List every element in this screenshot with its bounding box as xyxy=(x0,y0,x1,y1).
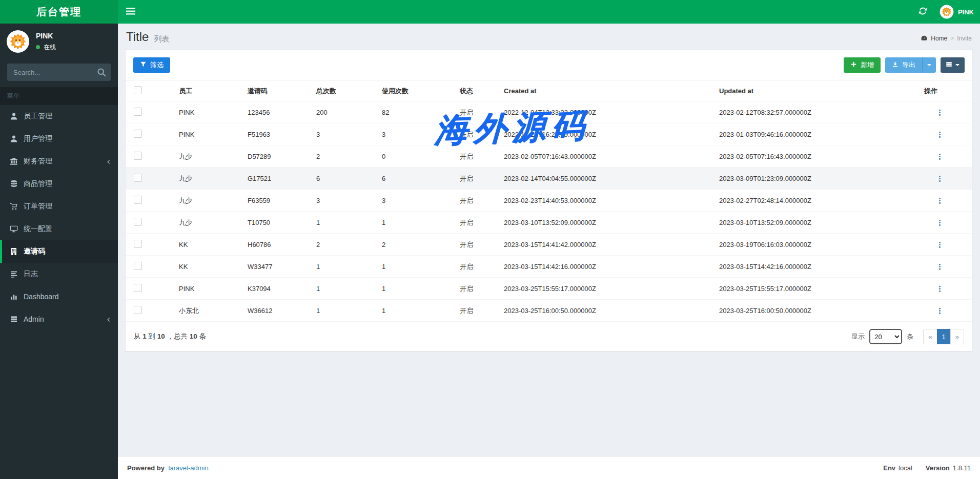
dashboard-gauge-icon xyxy=(921,35,928,42)
cell-invite-code: T10750 xyxy=(240,212,309,234)
sidebar-menu: 员工管理用户管理财务管理商品管理订单管理统一配置邀请码日志DashboardAd… xyxy=(0,105,118,330)
table-row: 九少G1752166开启2023-02-14T04:04:55.000000Z2… xyxy=(126,168,972,190)
row-actions-icon[interactable]: ⋮ xyxy=(936,218,944,227)
sidebar-search-input[interactable] xyxy=(7,64,111,81)
sidebar-item-config[interactable]: 统一配置 xyxy=(0,218,118,240)
row-checkbox[interactable] xyxy=(134,152,142,160)
sidebar-user-panel: PINK 在线 xyxy=(0,24,118,60)
add-button[interactable]: 新增 xyxy=(844,57,881,73)
hamburger-icon xyxy=(126,8,135,16)
sidebar-item-finance[interactable]: 财务管理 xyxy=(0,150,118,173)
sidebar-section-label: 菜单 xyxy=(0,87,118,105)
plus-icon xyxy=(850,61,857,69)
cell-created-at: 2022-12-04T12:33:23.000000Z xyxy=(497,101,712,123)
chevron-left-icon xyxy=(106,316,112,322)
row-checkbox[interactable] xyxy=(134,306,142,314)
table-row: 小东北W3661211开启2023-03-25T16:00:50.000000Z… xyxy=(126,300,972,322)
page-title: Title xyxy=(126,30,149,44)
cell-created-at: 2023-03-25T15:55:17.000000Z xyxy=(497,278,712,300)
row-checkbox[interactable] xyxy=(134,196,142,204)
row-actions-icon[interactable]: ⋮ xyxy=(936,130,944,139)
row-checkbox[interactable] xyxy=(134,130,142,138)
row-checkbox[interactable] xyxy=(134,108,142,116)
cell-updated-at: 2023-03-15T14:42:16.000000Z xyxy=(712,256,917,278)
refresh-button[interactable] xyxy=(911,0,934,24)
cell-status: 开启 xyxy=(453,234,497,256)
per-page-unit: 条 xyxy=(907,332,913,341)
user-avatar-icon xyxy=(940,5,954,19)
row-actions-icon[interactable]: ⋮ xyxy=(936,306,944,315)
table-row: PINKK3709411开启2023-03-25T15:55:17.000000… xyxy=(126,278,972,300)
row-actions-icon[interactable]: ⋮ xyxy=(936,152,944,161)
navbar-user-name: PINK xyxy=(958,8,974,16)
navbar-user-menu[interactable]: PINK xyxy=(934,0,980,24)
cell-updated-at: 2023-02-05T07:16:43.000000Z xyxy=(712,145,917,168)
version-label: Version xyxy=(926,464,950,472)
cell-status: 开启 xyxy=(453,145,497,168)
sidebar-item-dashboard[interactable]: Dashboard xyxy=(0,285,118,308)
topbar: 后台管理 PINK xyxy=(0,0,980,24)
select-all-checkbox[interactable] xyxy=(134,86,142,94)
sidebar-user-status: 在线 xyxy=(36,43,56,52)
cell-invite-code: K37094 xyxy=(240,278,309,300)
table-row: PINK12345620082开启2022-12-04T12:33:23.000… xyxy=(126,101,972,123)
export-button[interactable]: 导出 xyxy=(885,57,922,73)
breadcrumb-home-link[interactable]: Home xyxy=(931,35,947,42)
cell-invite-code: 123456 xyxy=(240,101,309,123)
row-checkbox[interactable] xyxy=(134,284,142,292)
sidebar: PINK 在线 菜单 员工管理用户管理财务管理商品管理订单管理统一配置邀请码日志… xyxy=(0,24,118,479)
row-actions-icon[interactable]: ⋮ xyxy=(936,196,944,205)
cell-used-count: 1 xyxy=(375,212,453,234)
search-icon[interactable] xyxy=(96,67,107,77)
sidebar-item-invite[interactable]: 邀请码 xyxy=(0,240,118,263)
sidebar-item-admin[interactable]: Admin xyxy=(0,308,118,330)
row-actions-icon[interactable]: ⋮ xyxy=(936,284,944,293)
pager-prev-button[interactable]: « xyxy=(923,329,937,344)
laravel-admin-link[interactable]: laravel-admin xyxy=(169,464,209,472)
filter-button[interactable]: 筛选 xyxy=(133,57,170,73)
pager-page-1-button[interactable]: 1 xyxy=(937,329,951,344)
cell-status: 开启 xyxy=(453,212,497,234)
sidebar-toggle-button[interactable] xyxy=(118,0,144,24)
sidebar-item-logs[interactable]: 日志 xyxy=(0,263,118,285)
sidebar-item-users[interactable]: 用户管理 xyxy=(0,128,118,150)
row-actions-icon[interactable]: ⋮ xyxy=(936,174,944,183)
cell-employee: 九少 xyxy=(172,212,240,234)
cell-total-count: 3 xyxy=(309,123,375,145)
cell-status: 开启 xyxy=(453,101,497,123)
cell-created-at: 2023-03-10T13:52:09.000000Z xyxy=(497,212,712,234)
cell-invite-code: W36612 xyxy=(240,300,309,322)
pager-next-button[interactable]: » xyxy=(950,329,964,344)
cell-used-count: 82 xyxy=(375,101,453,123)
row-checkbox[interactable] xyxy=(134,240,142,248)
column-header: Updated at xyxy=(712,81,917,101)
row-actions-icon[interactable]: ⋮ xyxy=(936,262,944,271)
sidebar-item-staff[interactable]: 员工管理 xyxy=(0,105,118,128)
row-checkbox[interactable] xyxy=(134,262,142,270)
brand-logo[interactable]: 后台管理 xyxy=(0,0,118,24)
building-icon xyxy=(9,247,18,256)
cell-used-count: 1 xyxy=(375,278,453,300)
column-selector-button[interactable] xyxy=(941,57,965,73)
table-row: KKW3347711开启2023-03-15T14:42:16.000000Z2… xyxy=(126,256,972,278)
cell-employee: PINK xyxy=(172,278,240,300)
export-dropdown-toggle[interactable] xyxy=(922,57,936,73)
cell-employee: PINK xyxy=(172,101,240,123)
cell-used-count: 3 xyxy=(375,123,453,145)
sidebar-item-products[interactable]: 商品管理 xyxy=(0,173,118,195)
cell-total-count: 6 xyxy=(309,168,375,190)
sidebar-item-orders[interactable]: 订单管理 xyxy=(0,195,118,218)
row-checkbox[interactable] xyxy=(134,218,142,226)
cell-total-count: 200 xyxy=(309,101,375,123)
cell-status: 开启 xyxy=(453,168,497,190)
row-checkbox[interactable] xyxy=(134,174,142,182)
pager: « 1 » xyxy=(923,329,964,344)
cell-total-count: 2 xyxy=(309,145,375,168)
row-actions-icon[interactable]: ⋮ xyxy=(936,108,944,117)
per-page-label: 显示 xyxy=(851,332,865,341)
table-body: PINK12345620082开启2022-12-04T12:33:23.000… xyxy=(126,101,972,322)
cell-used-count: 3 xyxy=(375,190,453,212)
chart-icon xyxy=(9,293,18,301)
per-page-select[interactable]: 20 xyxy=(869,329,902,344)
row-actions-icon[interactable]: ⋮ xyxy=(936,240,944,249)
